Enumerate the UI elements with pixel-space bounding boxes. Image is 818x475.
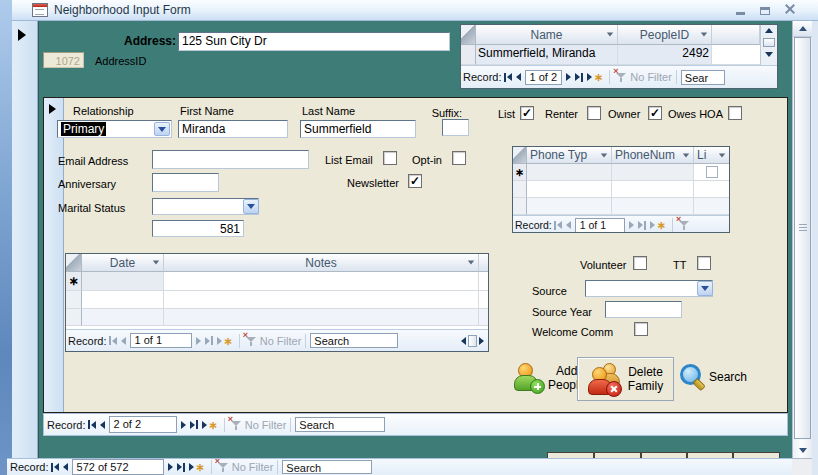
first-name-field[interactable]: Miranda: [178, 120, 288, 138]
search-input[interactable]: Sear: [681, 70, 725, 85]
select-all-corner[interactable]: [66, 254, 82, 272]
next-record-button[interactable]: [566, 73, 571, 81]
owes-hoa-checkbox[interactable]: [728, 106, 742, 120]
column-dropdown-icon[interactable]: [719, 153, 725, 157]
scroll-up-button[interactable]: [793, 21, 812, 37]
people-blank-cell[interactable]: [712, 45, 760, 65]
new-record-button[interactable]: ∗: [202, 421, 218, 429]
grid-cell[interactable]: [694, 181, 729, 198]
select-all-corner[interactable]: [513, 147, 527, 164]
select-all-corner[interactable]: [461, 25, 476, 45]
opt-in-checkbox[interactable]: [452, 151, 466, 165]
volunteer-checkbox[interactable]: [633, 256, 647, 270]
li-checkbox[interactable]: [706, 166, 718, 178]
column-dropdown-icon[interactable]: [468, 261, 474, 265]
grid-cell[interactable]: [82, 291, 164, 309]
first-record-button[interactable]: [109, 336, 117, 345]
horizontal-mini-scrollbar[interactable]: [461, 335, 484, 347]
grid-cell[interactable]: [164, 309, 479, 326]
last-name-field[interactable]: Summerfield: [300, 120, 416, 138]
next-record-button[interactable]: [196, 337, 201, 345]
combo-dropdown-button[interactable]: [243, 199, 259, 214]
no-filter-button[interactable]: No Filter: [216, 461, 274, 473]
owner-checkbox[interactable]: ✓: [648, 106, 662, 120]
new-record-selector[interactable]: ∗: [66, 272, 82, 291]
add-people-button[interactable]: Add People: [511, 359, 579, 397]
grid-cell[interactable]: [82, 272, 164, 291]
vertical-scrollbar[interactable]: [792, 21, 812, 458]
minimize-button[interactable]: [732, 2, 748, 17]
scroll-left-icon[interactable]: [461, 337, 466, 345]
last-record-button[interactable]: [575, 73, 583, 82]
grid-cell[interactable]: [694, 198, 729, 215]
record-position-box[interactable]: 1 of 2: [525, 70, 563, 85]
grid-cell[interactable]: [612, 164, 694, 181]
grid-cell[interactable]: [694, 164, 729, 181]
no-filter-button[interactable]: No Filter: [229, 419, 287, 431]
scrollbar-thumb[interactable]: [763, 38, 775, 47]
last-record-button[interactable]: [190, 420, 198, 429]
grid-cell[interactable]: [479, 291, 488, 309]
grid-cell[interactable]: [527, 181, 612, 198]
record-selector-cell[interactable]: [513, 198, 527, 215]
no-filter-icon[interactable]: [677, 219, 690, 231]
person-record-selector[interactable]: [44, 98, 64, 412]
new-record-button[interactable]: ∗: [217, 337, 233, 345]
new-record-selector[interactable]: ∗: [513, 164, 527, 181]
scroll-down-icon[interactable]: [765, 52, 773, 57]
last-record-button[interactable]: [177, 463, 185, 472]
suffix-field[interactable]: [442, 119, 469, 136]
column-header-phone-number[interactable]: PhoneNum: [612, 147, 694, 164]
list-email-checkbox[interactable]: [383, 151, 397, 165]
new-record-button[interactable]: ∗: [587, 73, 603, 81]
source-year-field[interactable]: [605, 301, 682, 318]
grid-cell[interactable]: [527, 198, 612, 215]
grid-cell[interactable]: [527, 164, 612, 181]
previous-record-button[interactable]: [121, 337, 126, 345]
column-dropdown-icon[interactable]: [701, 33, 707, 37]
anniversary-field[interactable]: [152, 173, 219, 192]
list-checkbox[interactable]: ✓: [520, 106, 534, 120]
record-position-box[interactable]: 1 of 1: [575, 218, 625, 233]
people-grid-scrollbar[interactable]: [760, 25, 777, 65]
relationship-combobox[interactable]: Primary: [57, 120, 172, 138]
record-selector-cell[interactable]: [461, 45, 476, 65]
record-selector-cell[interactable]: [66, 291, 82, 309]
column-dropdown-icon[interactable]: [683, 153, 689, 157]
no-filter-button[interactable]: No Filter: [244, 335, 302, 347]
record-position-box[interactable]: 572 of 572: [72, 459, 164, 475]
address-field[interactable]: 125 Sun City Dr: [178, 32, 450, 51]
people-name-cell[interactable]: Summerfield, Miranda: [476, 45, 618, 65]
form-record-selector[interactable]: [12, 21, 38, 458]
search-input[interactable]: Search: [310, 333, 398, 348]
restore-button[interactable]: [757, 2, 773, 17]
column-header-peopleid[interactable]: PeopleID: [618, 25, 712, 45]
grid-cell[interactable]: [164, 272, 479, 291]
first-record-button[interactable]: [504, 73, 512, 82]
scrollbar-thumb[interactable]: [794, 37, 811, 439]
column-header-date[interactable]: Date: [82, 254, 164, 272]
grid-cell[interactable]: [479, 272, 488, 291]
previous-record-button[interactable]: [516, 73, 521, 81]
first-record-button[interactable]: [88, 420, 96, 429]
renter-checkbox[interactable]: [587, 106, 601, 120]
column-header-notes[interactable]: Notes: [164, 254, 479, 272]
grid-cell[interactable]: [164, 291, 479, 309]
last-record-button[interactable]: [205, 336, 213, 345]
delete-family-button[interactable]: Delete Family: [577, 357, 674, 401]
column-header-name[interactable]: Name: [476, 25, 618, 45]
close-button[interactable]: [782, 2, 798, 17]
column-dropdown-icon[interactable]: [601, 153, 607, 157]
new-record-button[interactable]: ∗: [650, 221, 666, 229]
record-selector-cell[interactable]: [66, 309, 82, 326]
grid-cell[interactable]: [612, 198, 694, 215]
search-input[interactable]: Search: [295, 417, 385, 432]
record-position-box[interactable]: 1 of 1: [130, 333, 192, 348]
no-filter-button[interactable]: No Filter: [614, 71, 672, 83]
combo-dropdown-button[interactable]: [154, 122, 170, 136]
newsletter-checkbox[interactable]: ✓: [408, 174, 422, 188]
next-record-button[interactable]: [629, 221, 634, 229]
record-selector-cell[interactable]: [513, 181, 527, 198]
new-record-button[interactable]: ∗: [189, 463, 205, 471]
column-dropdown-icon[interactable]: [607, 33, 613, 37]
